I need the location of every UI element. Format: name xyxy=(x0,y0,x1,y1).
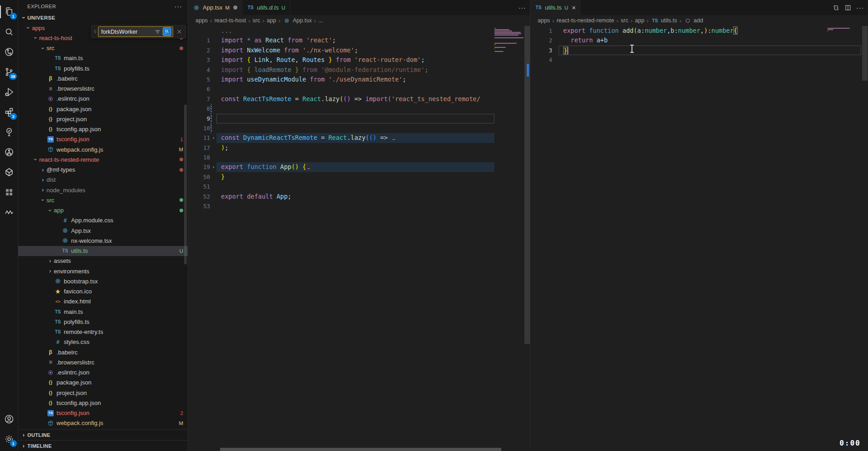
tree-item-tsconfig-json[interactable]: TStsconfig.json1 xyxy=(18,134,188,144)
breadcrumb-item-app-tsx[interactable]: App.tsx xyxy=(282,17,312,24)
code-line-5[interactable]: 5import useDynamicModule from './useDyna… xyxy=(188,75,530,84)
changes-icon[interactable] xyxy=(832,4,840,11)
tree-item-polyfills-ts[interactable]: TSpolyfills.ts xyxy=(18,63,188,73)
activity-git-graph-icon[interactable] xyxy=(0,142,18,162)
code-line-8[interactable]: 8 xyxy=(188,104,530,113)
tree-item-app-module-css[interactable]: #App.module.css xyxy=(18,215,188,226)
tree-item-app-tsx[interactable]: App.tsx xyxy=(18,226,188,236)
tree-item--babelrc[interactable]: β.babelrc xyxy=(18,347,188,357)
code-line-51[interactable]: 51 xyxy=(188,182,530,191)
tree-item-main-ts[interactable]: TSmain.ts xyxy=(18,53,188,63)
tree-item-project-json[interactable]: {}project.json xyxy=(18,114,188,124)
code-line-11[interactable]: 11›const DynamicReactTsRemote = React.la… xyxy=(188,133,530,143)
activity-console-ninja-icon[interactable] xyxy=(0,202,18,222)
drag-grip-icon[interactable]: ⠿ xyxy=(92,31,98,33)
activity-extensions-icon[interactable]: 3 xyxy=(0,102,18,122)
tree-item--eslintrc-json[interactable]: .eslintrc.json xyxy=(18,94,188,104)
breadcrumb-item-utils-ts[interactable]: TSutils.ts xyxy=(651,17,677,24)
split-icon[interactable] xyxy=(844,4,852,11)
activity-source-control-icon[interactable]: 38 xyxy=(0,62,18,82)
tree-item-app[interactable]: ›app xyxy=(18,205,188,215)
breadcrumb-item-app[interactable]: app xyxy=(267,17,276,24)
minimap-group2[interactable] xyxy=(827,28,858,33)
minimap-group1[interactable] xyxy=(494,28,524,53)
code-line-4[interactable]: 4 xyxy=(530,55,868,65)
activity-settings-icon[interactable]: 1 xyxy=(0,429,18,449)
dirty-dot-icon[interactable] xyxy=(233,5,237,10)
code-line-52[interactable]: 52export default App; xyxy=(188,192,530,201)
activity-remote-graph-icon[interactable] xyxy=(0,42,18,62)
code-line-6[interactable]: 6 xyxy=(188,84,530,94)
more-actions-icon[interactable]: ··· xyxy=(519,4,526,11)
tree-item--mf-types[interactable]: ›@mf-types xyxy=(18,165,188,175)
fold-chevron-icon[interactable]: › xyxy=(211,162,216,172)
activity-browser-tools-icon[interactable] xyxy=(0,182,18,202)
tree-item-polyfills-ts[interactable]: TSpolyfills.ts xyxy=(18,317,188,327)
activity-accounts-icon[interactable] xyxy=(0,409,18,429)
activity-nx-console-icon[interactable] xyxy=(0,162,18,182)
code-line-18[interactable]: 18 xyxy=(188,153,530,162)
tree-item-project-json[interactable]: {}project.json xyxy=(18,388,188,398)
code-line-2[interactable]: 2 return a+b xyxy=(530,36,868,45)
explorer-more-icon[interactable]: ··· xyxy=(175,3,182,10)
more-actions-icon[interactable]: ··· xyxy=(856,4,864,11)
code-line-17[interactable]: 17); xyxy=(188,143,530,153)
code-line-2[interactable]: 2import NxWelcome from './nx-welcome'; xyxy=(188,46,530,55)
workspace-root-row[interactable]: › UNIVERSE xyxy=(18,13,188,23)
tree-item-dist[interactable]: ›dist xyxy=(18,175,188,185)
tree-item-src[interactable]: ›src xyxy=(18,195,188,205)
tree-item-environments[interactable]: ›environments xyxy=(18,266,188,276)
tree-item-nx-welcome-tsx[interactable]: nx-welcome.tsx xyxy=(18,236,188,246)
tree-item--babelrc[interactable]: β.babelrc xyxy=(18,73,188,83)
fuzzy-match-toggle[interactable] xyxy=(163,27,171,36)
tree-item-webpack-config-js[interactable]: webpack.config.jsM xyxy=(18,418,188,428)
code-line-1[interactable]: 1export function add(a:number,b:number,)… xyxy=(530,26,868,36)
breadcrumb-item--[interactable]: ... xyxy=(318,17,323,24)
code-line-4[interactable]: 4import { loadRemote } from '@module-fed… xyxy=(188,65,530,75)
tree-item-styles-css[interactable]: #styles.css xyxy=(18,337,188,347)
code-line-9[interactable]: 9 xyxy=(188,114,530,123)
filter-icon[interactable] xyxy=(154,28,162,36)
tree-item-index-html[interactable]: <>index.html xyxy=(18,297,188,307)
tab-app-tsx[interactable]: App.tsxM xyxy=(188,0,242,15)
tree-item-tsconfig-app-json[interactable]: {}tsconfig.app.json xyxy=(18,398,188,408)
activity-search-icon[interactable] xyxy=(0,22,18,42)
code-line-10[interactable]: 10 xyxy=(188,123,530,133)
code-line-1[interactable]: 1import * as React from 'react'; xyxy=(188,36,530,45)
tree-item--browserslistrc[interactable]: ≡.browserslistrc xyxy=(18,84,188,94)
breadcrumb-item-add[interactable]: add xyxy=(683,17,703,24)
tree-item-main-ts[interactable]: TSmain.ts xyxy=(18,307,188,317)
tree-item-webpack-config-js[interactable]: webpack.config.jsM xyxy=(18,144,188,154)
code-editor-app-tsx[interactable]: ...1import * as React from 'react';2impo… xyxy=(188,26,530,451)
code-line-fold[interactable]: ... xyxy=(188,26,530,36)
close-icon[interactable]: × xyxy=(572,4,575,11)
code-line-19[interactable]: 19›export function App() {… xyxy=(188,162,530,172)
fold-chevron-icon[interactable]: › xyxy=(211,133,216,143)
tree-item-assets[interactable]: ›assets xyxy=(18,256,188,266)
tree-item-node-modules[interactable]: ›node_modules xyxy=(18,185,188,195)
horizontal-scrollbar-group1[interactable] xyxy=(220,448,501,451)
tree-item-tsconfig-json[interactable]: TStsconfig.json2 xyxy=(18,408,188,418)
tree-item-favicon-ico[interactable]: ★favicon.ico xyxy=(18,287,188,297)
tree-item-bootstrap-tsx[interactable]: bootstrap.tsx xyxy=(18,276,188,286)
breadcrumb-item-apps[interactable]: apps xyxy=(538,17,550,24)
close-icon[interactable] xyxy=(175,29,184,35)
breadcrumb-item-src[interactable]: src xyxy=(621,17,628,24)
tree-item-react-ts-remote[interactable]: ›react-ts-remote xyxy=(18,428,188,429)
code-line-7[interactable]: 7const ReactTsRemote = React.lazy(() => … xyxy=(188,94,530,104)
activity-explorer-icon[interactable]: 1 xyxy=(0,2,18,22)
code-editor-utils-ts[interactable]: 1export function add(a:number,b:number,)… xyxy=(530,26,868,451)
breadcrumb-item-src[interactable]: src xyxy=(252,17,260,24)
code-line-3[interactable]: 3import { Link, Route, Routes } from 're… xyxy=(188,55,530,65)
tree-item-tsconfig-app-json[interactable]: {}tsconfig.app.json xyxy=(18,124,188,134)
tree-item--eslintrc-json[interactable]: .eslintrc.json xyxy=(18,368,188,378)
tree-item-react-ts-nested-remote[interactable]: ›react-ts-nested-remote xyxy=(18,154,188,164)
tab-utils-d-ts[interactable]: TSutils.d.tsU xyxy=(242,0,290,15)
outline-section-header[interactable]: › OUTLINE xyxy=(18,429,188,440)
breadcrumb-item-react-ts-host[interactable]: react-ts-host xyxy=(214,17,246,24)
code-line-3[interactable]: 3} xyxy=(530,46,868,55)
breadcrumb-item-apps[interactable]: apps xyxy=(195,17,208,24)
code-line-53[interactable]: 53 xyxy=(188,201,530,211)
tree-item-utils-ts[interactable]: TSutils.tsU xyxy=(18,246,188,256)
breadcrumb-item-app[interactable]: app xyxy=(635,17,644,24)
